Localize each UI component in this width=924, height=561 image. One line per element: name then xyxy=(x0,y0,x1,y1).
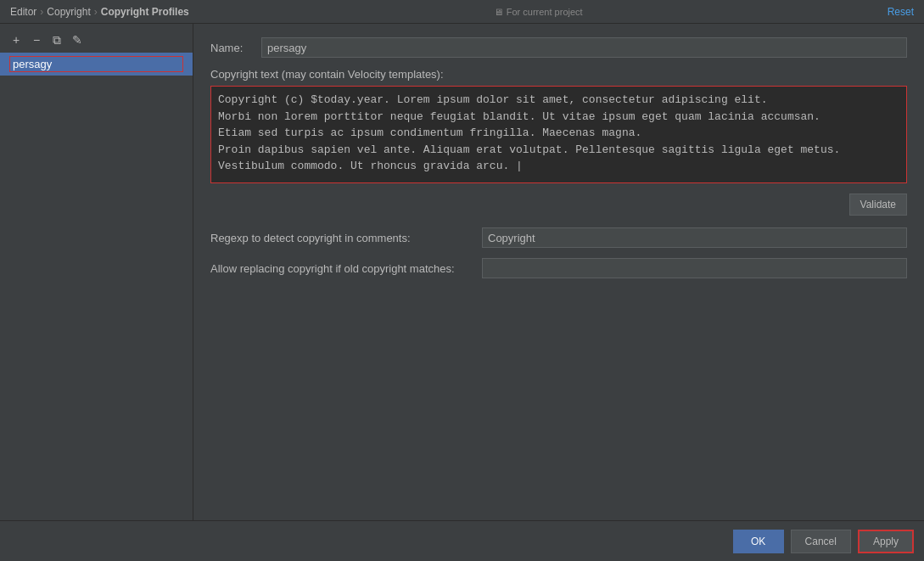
breadcrumb: Editor › Copyright › Copyright Profiles xyxy=(10,6,189,18)
for-current-project-label: 🖥 For current project xyxy=(494,7,583,17)
copy-profile-button[interactable]: ⧉ xyxy=(48,31,66,49)
cancel-button[interactable]: Cancel xyxy=(791,530,851,553)
profile-name-input[interactable] xyxy=(9,56,183,72)
copyright-textarea-wrapper: Copyright (c) $today.year. Lorem ipsum d… xyxy=(210,86,907,183)
name-input[interactable] xyxy=(261,37,907,58)
apply-button[interactable]: Apply xyxy=(858,530,914,553)
dialog-footer: OK Cancel Apply xyxy=(0,520,924,561)
breadcrumb-sep-1: › xyxy=(40,6,43,18)
allow-replace-row: Allow replacing copyright if old copyrig… xyxy=(210,258,907,278)
content-area: Name: Copyright text (may contain Veloci… xyxy=(193,24,924,520)
regexp-row: Regexp to detect copyright in comments: xyxy=(210,227,907,248)
copyright-textarea[interactable]: Copyright (c) $today.year. Lorem ipsum d… xyxy=(211,87,906,180)
breadcrumb-editor: Editor xyxy=(10,6,36,18)
allow-replace-label: Allow replacing copyright if old copyrig… xyxy=(210,262,482,275)
breadcrumb-copyright: Copyright xyxy=(47,6,90,18)
validate-row: Validate xyxy=(210,194,907,216)
sidebar-toolbar: + − ⧉ ✎ xyxy=(0,27,193,53)
main-container: + − ⧉ ✎ Name: Copyright text (may contai… xyxy=(0,24,924,520)
allow-replace-input[interactable] xyxy=(482,258,907,278)
edit-profile-button[interactable]: ✎ xyxy=(68,31,87,49)
name-label: Name: xyxy=(210,42,261,54)
regexp-input[interactable] xyxy=(482,227,907,248)
add-profile-button[interactable]: + xyxy=(7,31,25,49)
name-row: Name: xyxy=(210,37,907,58)
breadcrumb-copyright-profiles: Copyright Profiles xyxy=(101,6,189,18)
remove-profile-button[interactable]: − xyxy=(27,31,46,49)
sidebar-item-persagy[interactable] xyxy=(0,53,193,76)
sidebar: + − ⧉ ✎ xyxy=(0,24,193,520)
regexp-label: Regexp to detect copyright in comments: xyxy=(210,232,482,244)
reset-button[interactable]: Reset xyxy=(888,6,914,18)
validate-button[interactable]: Validate xyxy=(849,194,907,216)
monitor-icon: 🖥 xyxy=(494,7,503,17)
copyright-text-label: Copyright text (may contain Velocity tem… xyxy=(210,68,907,81)
breadcrumb-sep-2: › xyxy=(94,6,98,18)
ok-button[interactable]: OK xyxy=(733,530,784,553)
dialog-header: Editor › Copyright › Copyright Profiles … xyxy=(0,0,924,24)
